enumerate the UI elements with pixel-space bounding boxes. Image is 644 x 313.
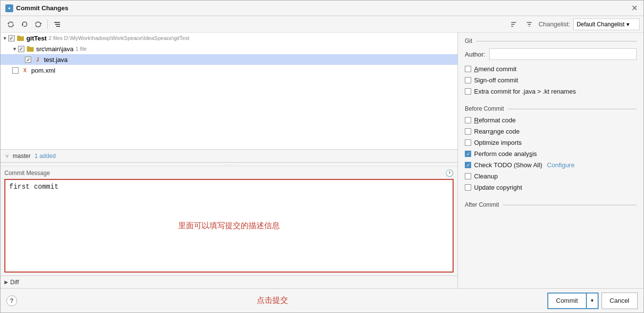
- cb-label-extra: Extra commit for .java > .kt renames: [474, 88, 576, 95]
- tree-row-pomxml[interactable]: X pom.xml: [0, 65, 457, 76]
- after-commit-title: After Commit: [465, 201, 499, 208]
- author-input[interactable]: [489, 48, 637, 60]
- tree-row-src[interactable]: ▼ src\main\java 1 file: [0, 43, 457, 54]
- toolbar-separator-1: [47, 20, 48, 29]
- after-commit-line: [503, 205, 637, 205]
- before-commit-section: Before Commit Reformat code Rearrange co…: [465, 105, 637, 195]
- tree-label-root: gitTest: [26, 35, 47, 42]
- configure-link[interactable]: Configure: [547, 161, 574, 169]
- bottom-right: Commit ▾ Cancel: [547, 293, 638, 309]
- cb-rearrange[interactable]: [465, 128, 471, 135]
- cb-row-copyright: Update copyright: [465, 183, 637, 192]
- commit-message-header: Commit Message 🕐: [4, 169, 454, 177]
- cb-row-optimize: Optimize imports: [465, 138, 637, 147]
- dialog-icon: [5, 4, 13, 12]
- folder-icon-src: [26, 45, 34, 53]
- toolbar-filter-btn[interactable]: [523, 18, 536, 31]
- cb-label-amend: Amend commit: [474, 65, 517, 73]
- tree-arrow-root: ▼: [2, 36, 7, 41]
- git-section: Git Author: Amend commit Sign-off commit: [465, 38, 637, 98]
- cb-row-rearrange: Rearrange code: [465, 127, 637, 136]
- svg-rect-6: [55, 24, 60, 25]
- cb-label-cleanup: Cleanup: [474, 173, 498, 180]
- svg-marker-1: [7, 23, 9, 24]
- svg-marker-2: [12, 24, 14, 25]
- cb-row-extra: Extra commit for .java > .kt renames: [465, 87, 637, 96]
- author-row: Author:: [465, 48, 637, 60]
- branch-name: master: [13, 153, 31, 159]
- tree-label-testjava: test.java: [44, 56, 67, 63]
- cb-signoff[interactable]: [465, 77, 471, 83]
- folder-icon-root: [17, 34, 24, 42]
- changelist-dropdown[interactable]: Default Changelist ▾: [573, 19, 640, 30]
- tree-checkbox-pomxml[interactable]: [12, 67, 19, 74]
- toolbar: Changelist: Default Changelist ▾: [0, 16, 644, 33]
- title-bar: Commit Changes ✕: [0, 0, 644, 16]
- commit-dropdown-button[interactable]: ▾: [586, 293, 599, 309]
- file-tree: ▼ gitTest 2 files D:\MyWork\hadoop\WorkS…: [0, 33, 457, 150]
- commit-annotation-text: 点击提交: [257, 295, 288, 306]
- tree-meta-root: 2 files D:\MyWork\hadoop\WorkSpeace\Idea…: [49, 35, 189, 41]
- tree-row-root[interactable]: ▼ gitTest 2 files D:\MyWork\hadoop\WorkS…: [0, 33, 457, 43]
- toolbar-sync-btn[interactable]: [4, 18, 17, 31]
- java-icon-testjava: J: [33, 56, 42, 63]
- toolbar-right: Changelist: Default Changelist ▾: [507, 18, 640, 31]
- after-commit-header: After Commit: [465, 201, 637, 208]
- commit-textarea-wrapper: first commit 里面可以填写提交的描述信息: [4, 179, 454, 273]
- cb-extra[interactable]: [465, 88, 471, 95]
- cb-row-amend: Amend commit: [465, 65, 637, 73]
- status-bar: ⑂ master 1 added: [0, 150, 457, 162]
- help-button[interactable]: ?: [6, 295, 17, 306]
- tree-row-testjava[interactable]: J test.java: [0, 54, 457, 65]
- toolbar-group-btn[interactable]: [51, 18, 63, 31]
- commit-message-label: Commit Message: [4, 170, 50, 176]
- left-panel: ▼ gitTest 2 files D:\MyWork\hadoop\WorkS…: [0, 33, 458, 288]
- cb-todo[interactable]: [465, 162, 471, 168]
- cancel-button[interactable]: Cancel: [602, 293, 638, 309]
- cb-cleanup[interactable]: [465, 173, 471, 179]
- tree-checkbox-root[interactable]: [8, 35, 15, 41]
- before-commit-title: Before Commit: [465, 105, 504, 112]
- commit-button[interactable]: Commit: [547, 293, 586, 309]
- cb-amend[interactable]: [465, 66, 471, 72]
- cb-label-todo: Check TODO (Show All): [474, 161, 544, 169]
- toolbar-undo-btn[interactable]: [18, 18, 31, 31]
- cb-row-todo: Check TODO (Show All) Configure: [465, 161, 637, 169]
- git-section-title: Git: [465, 38, 472, 44]
- cb-analyze[interactable]: [465, 151, 471, 157]
- bottom-bar: ? 点击提交 Commit ▾ Cancel: [0, 288, 644, 313]
- toolbar-refresh-btn[interactable]: [32, 18, 44, 31]
- commit-message-input[interactable]: first commit: [4, 179, 454, 273]
- tree-checkbox-testjava[interactable]: [25, 57, 31, 63]
- cb-label-rearrange: Rearrange code: [474, 128, 519, 135]
- cb-optimize[interactable]: [465, 139, 471, 146]
- clock-icon: 🕐: [445, 169, 454, 177]
- cb-reformat[interactable]: [465, 117, 471, 123]
- resize-handle[interactable]: · · · · ·: [0, 162, 457, 166]
- tree-checkbox-src[interactable]: [18, 46, 24, 52]
- cb-row-signoff: Sign-off commit: [465, 76, 637, 84]
- title-bar-left: Commit Changes: [5, 4, 68, 12]
- main-area: ▼ gitTest 2 files D:\MyWork\hadoop\WorkS…: [0, 33, 644, 288]
- git-section-line: [476, 41, 637, 41]
- changelist-label: Changelist:: [539, 20, 570, 28]
- close-button[interactable]: ✕: [630, 4, 639, 13]
- author-label: Author:: [465, 51, 485, 58]
- dialog-title: Commit Changes: [16, 4, 68, 12]
- cb-copyright[interactable]: [465, 184, 471, 191]
- svg-rect-7: [56, 26, 60, 27]
- commit-changes-dialog: Commit Changes ✕ Changelist: Default: [0, 0, 644, 313]
- toolbar-sort-btn[interactable]: [507, 18, 520, 31]
- tree-meta-src: 1 file: [75, 46, 86, 52]
- before-commit-line: [508, 109, 637, 109]
- cb-label-optimize: Optimize imports: [474, 139, 522, 146]
- branch-icon: ⑂: [5, 153, 9, 159]
- tree-arrow-src: ▼: [12, 46, 17, 52]
- cb-label-copyright: Update copyright: [474, 184, 522, 191]
- commit-message-area: Commit Message 🕐 first commit 里面可以填写提交的描…: [0, 166, 457, 275]
- diff-arrow-icon: ▶: [4, 279, 8, 285]
- svg-rect-5: [54, 22, 60, 23]
- diff-label: Diff: [10, 279, 19, 286]
- diff-section[interactable]: ▶ Diff: [0, 275, 457, 288]
- after-commit-section: After Commit: [465, 201, 637, 212]
